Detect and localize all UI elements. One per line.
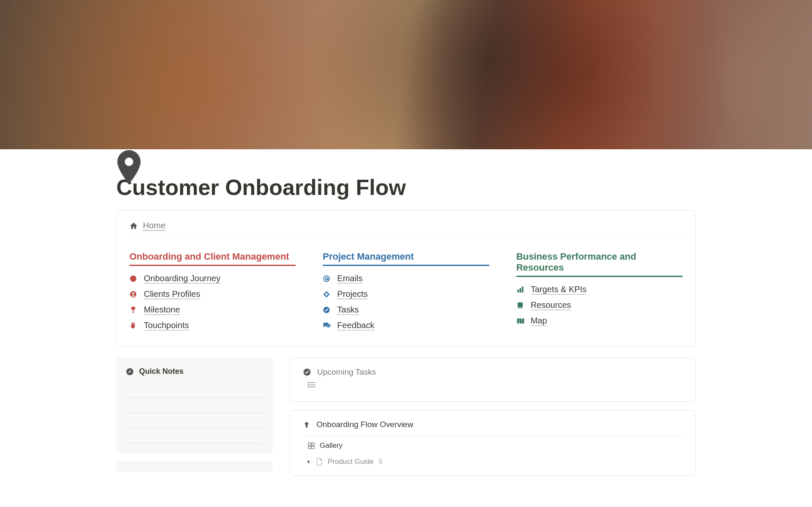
nav-label: Map xyxy=(531,316,547,326)
navigation-card: Home Onboarding and Client Management On… xyxy=(116,210,696,347)
upcoming-tasks-list-view[interactable] xyxy=(303,382,683,388)
chat-icon xyxy=(323,322,332,329)
svg-rect-9 xyxy=(518,307,523,307)
svg-point-17 xyxy=(308,386,309,387)
upcoming-tasks-title: Upcoming Tasks xyxy=(317,367,376,377)
overview-group-count: 6 xyxy=(379,458,383,466)
nav-label: Touchpoints xyxy=(144,321,189,330)
check-icon xyxy=(303,368,311,376)
svg-point-16 xyxy=(308,384,309,385)
breadcrumb: Home xyxy=(129,221,683,234)
svg-rect-21 xyxy=(312,446,314,449)
section-project: Project Management Emails Projects Tasks… xyxy=(323,251,489,336)
at-icon xyxy=(323,275,332,282)
home-icon xyxy=(129,222,139,230)
nav-projects[interactable]: Projects xyxy=(323,289,489,299)
onboarding-overview-card: Onboarding Flow Overview Gallery ▼ Produ… xyxy=(290,410,696,476)
chart-icon xyxy=(516,286,526,293)
nav-targets-kpis[interactable]: Targets & KPIs xyxy=(516,285,683,294)
nav-feedback[interactable]: Feedback xyxy=(323,321,489,330)
gallery-icon xyxy=(308,442,315,449)
nav-label: Targets & KPIs xyxy=(531,285,587,294)
hand-icon xyxy=(129,322,139,329)
overview-title: Onboarding Flow Overview xyxy=(316,420,413,429)
nav-map[interactable]: Map xyxy=(516,316,683,326)
map-icon xyxy=(516,317,526,325)
nav-milestone[interactable]: Milestone xyxy=(129,305,296,315)
overview-group-product-guide[interactable]: ▼ Product Guide 6 xyxy=(303,458,683,466)
quick-notes-card: Quick Notes xyxy=(116,358,273,453)
svg-rect-18 xyxy=(308,443,311,445)
svg-point-15 xyxy=(308,382,309,383)
page-icon-pin xyxy=(116,150,142,184)
book-icon xyxy=(516,301,526,309)
nav-clients-profiles[interactable]: Clients Profiles xyxy=(129,289,296,299)
trophy-icon xyxy=(129,306,139,314)
svg-point-0 xyxy=(130,275,137,282)
user-icon xyxy=(129,290,139,298)
sidebar-card-2 xyxy=(116,461,273,471)
nav-resources[interactable]: Resources xyxy=(516,300,683,310)
nav-touchpoints[interactable]: Touchpoints xyxy=(129,321,296,330)
nav-label: Resources xyxy=(531,300,571,310)
section-title-onboarding: Onboarding and Client Management xyxy=(129,251,296,266)
nav-label: Milestone xyxy=(144,305,180,315)
section-title-business: Business Performance and Resources xyxy=(516,251,683,277)
list-icon xyxy=(308,382,315,388)
overview-group-label: Product Guide xyxy=(328,458,374,466)
svg-rect-19 xyxy=(312,443,314,445)
svg-rect-6 xyxy=(517,290,519,293)
page-icon xyxy=(316,458,323,466)
diamond-icon xyxy=(323,290,332,298)
section-business: Business Performance and Resources Targe… xyxy=(516,251,683,336)
arrow-up-icon xyxy=(303,420,310,429)
nav-label: Onboarding Journey xyxy=(144,274,220,283)
upcoming-tasks-card: Upcoming Tasks xyxy=(290,358,696,402)
nav-label: Projects xyxy=(337,289,368,299)
triangle-down-icon: ▼ xyxy=(306,459,311,464)
svg-rect-7 xyxy=(519,288,521,293)
breadcrumb-home[interactable]: Home xyxy=(143,221,165,230)
nav-label: Feedback xyxy=(337,321,374,330)
target-icon xyxy=(129,275,139,282)
svg-point-2 xyxy=(132,292,134,294)
nav-tasks[interactable]: Tasks xyxy=(323,305,489,315)
nav-emails[interactable]: Emails xyxy=(323,274,489,283)
nav-label: Clients Profiles xyxy=(144,289,200,299)
overview-view-label: Gallery xyxy=(320,441,343,450)
check-circle-icon xyxy=(323,306,332,314)
nav-onboarding-journey[interactable]: Onboarding Journey xyxy=(129,274,296,283)
svg-rect-8 xyxy=(521,286,523,292)
pen-icon xyxy=(126,367,134,376)
page-title: Customer Onboarding Flow xyxy=(116,175,696,200)
nav-label: Emails xyxy=(337,274,362,283)
overview-view-gallery[interactable]: Gallery xyxy=(303,441,683,450)
section-onboarding: Onboarding and Client Management Onboard… xyxy=(129,251,296,336)
section-title-project: Project Management xyxy=(323,251,489,266)
quick-notes-title: Quick Notes xyxy=(139,367,184,376)
cover-image xyxy=(0,0,812,149)
nav-label: Tasks xyxy=(337,305,359,315)
svg-rect-20 xyxy=(308,446,311,449)
quick-notes-lines[interactable] xyxy=(126,383,263,444)
